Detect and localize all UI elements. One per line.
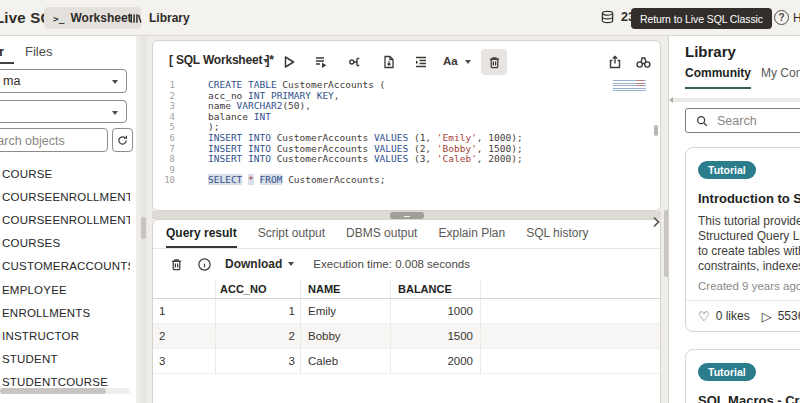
line-number: 2 — [153, 91, 175, 102]
return-to-classic-button[interactable]: Return to Live SQL Classic — [631, 8, 772, 29]
run-button[interactable] — [279, 52, 299, 72]
font-size-button[interactable]: Aa — [443, 55, 458, 67]
sidebar-object-course[interactable]: COURSE — [0, 162, 130, 185]
clear-results-button[interactable] — [169, 257, 184, 272]
help-icon[interactable]: ? — [774, 10, 789, 25]
editor-scrollbar-thumb[interactable] — [654, 125, 658, 136]
run-script-button[interactable] — [311, 52, 331, 72]
card-footer: ♡0 likes▷5536 executions — [698, 301, 800, 331]
grid-col-header-acc-no[interactable]: ACC_NO — [216, 280, 301, 298]
grid-col-header-balance[interactable]: BALANCE — [391, 280, 481, 298]
chevron-right-icon[interactable] — [652, 216, 660, 228]
sidebar-object-courses[interactable]: COURSES — [0, 232, 130, 255]
card-title: Introduction to SQL — [698, 191, 800, 206]
runs-count: 5536 executions — [778, 309, 800, 323]
code-token: INSERT INTO — [208, 153, 271, 164]
library-tab-community[interactable]: Community — [685, 66, 751, 89]
database-icon — [600, 9, 615, 25]
tutorial-card[interactable]: TutorialIntroduction to SQLThis tutorial… — [685, 147, 800, 332]
results-tab-explain-plan[interactable]: Explain Plan — [438, 226, 505, 248]
find-button[interactable] — [633, 52, 653, 72]
sidebar-object-enrollments[interactable]: ENROLLMENTS — [0, 301, 130, 324]
library-search-input[interactable]: Search — [685, 108, 800, 133]
nav-tab-library-label: Library — [149, 11, 190, 25]
caret-down-icon — [112, 80, 118, 84]
schema-select[interactable]: ma — [0, 69, 127, 93]
results-tab-dbms-output[interactable]: DBMS output — [346, 226, 417, 248]
panel-splitter[interactable] — [152, 211, 661, 219]
line-number: 10 — [153, 175, 175, 186]
heart-icon[interactable]: ♡ — [698, 309, 710, 324]
line-code: INSERT INTO CustomerAccounts VALUES (3, … — [208, 154, 523, 165]
editor-minimap[interactable] — [613, 80, 646, 93]
code-token: VALUES — [374, 143, 408, 154]
sidebar-object-employee[interactable]: EMPLOYEE — [0, 278, 130, 301]
sidebar-tab-files[interactable]: Files — [25, 44, 52, 59]
results-tab-query-result[interactable]: Query result — [166, 226, 237, 248]
name-cell: Emily — [301, 299, 391, 323]
code-token: ); — [208, 121, 219, 132]
code-editor[interactable]: 1CREATE TABLE CustomerAccounts (2acc_no … — [153, 80, 650, 186]
sidebar-object-courseenrollment-2nf[interactable]: COURSEENROLLMENT_2NF — [0, 208, 130, 231]
sidebar-object-instructor[interactable]: INSTRUCTOR — [0, 324, 130, 347]
scrollbar-thumb[interactable] — [141, 217, 146, 239]
caret-down-icon — [112, 111, 118, 115]
card-description-line: This tutorial provides a — [698, 214, 800, 229]
sidebar-tab-navigator[interactable]: Navigator — [0, 44, 4, 59]
share-button[interactable] — [605, 52, 625, 72]
results-tab-bar: Query resultScript outputDBMS outputExpl… — [153, 220, 660, 249]
code-token: name — [208, 100, 237, 111]
refresh-button[interactable] — [112, 128, 133, 152]
code-token: (50), — [282, 100, 311, 111]
object-search-input[interactable]: Search objects — [0, 128, 108, 152]
caret-down-icon[interactable] — [465, 60, 471, 64]
play-icon[interactable]: ▷ — [762, 309, 772, 324]
sidebar-horizontal-scrollbar[interactable] — [0, 388, 130, 394]
splitter-handle[interactable] — [390, 212, 424, 219]
trash-icon — [487, 55, 502, 70]
results-tab-sql-history[interactable]: SQL history — [526, 226, 588, 248]
library-tabs-scrollbar[interactable] — [673, 98, 800, 102]
scrollbar-thumb[interactable] — [0, 388, 106, 394]
code-token: CustomerAccounts — [271, 132, 374, 143]
grid-col-header-name[interactable]: NAME — [301, 280, 391, 298]
table-row[interactable]: 22Bobby1500 — [153, 324, 660, 349]
line-number: 4 — [153, 112, 175, 123]
object-search-placeholder: Search objects — [0, 134, 65, 148]
code-token: (2, — [408, 143, 437, 154]
code-token: VARCHAR2 — [237, 100, 283, 111]
download-button[interactable]: Download — [225, 257, 294, 271]
worksheet-title[interactable]: [ SQL Worksheet ]* — [169, 53, 274, 67]
library-tab-my-content[interactable]: My Content — [761, 66, 800, 89]
clear-worksheet-button[interactable] — [481, 49, 507, 75]
object-type-select[interactable] — [0, 100, 127, 123]
sidebar-object-courseenrollment[interactable]: COURSEENROLLMENT — [0, 185, 130, 208]
caret-down-icon[interactable] — [263, 59, 269, 63]
results-tab-script-output[interactable]: Script output — [258, 226, 325, 248]
code-token — [254, 174, 260, 185]
format-button[interactable] — [411, 52, 431, 72]
code-token: 'Emily' — [437, 132, 477, 143]
tutorial-card[interactable]: TutorialSQL Macros - CreatThis tutorial … — [685, 349, 800, 403]
grid-rownum-header — [153, 280, 216, 298]
line-number: 7 — [153, 144, 175, 155]
acc-no-cell: 2 — [216, 324, 301, 348]
nav-tab-library[interactable]: Library — [122, 7, 196, 29]
acc-no-cell: 3 — [216, 349, 301, 373]
editor-line: 8INSERT INTO CustomerAccounts VALUES (3,… — [153, 154, 650, 165]
sidebar-object-customeraccounts[interactable]: CUSTOMERACCOUNTS — [0, 255, 130, 278]
library-books-icon — [128, 11, 143, 26]
table-row[interactable]: 33Caleb2000 — [153, 349, 660, 374]
table-row[interactable]: 11Emily1000 — [153, 299, 660, 324]
schema-select-value: ma — [3, 74, 20, 88]
code-token: 'Caleb' — [437, 153, 477, 164]
explain-plan-button[interactable] — [345, 52, 365, 72]
code-token: , 1500); — [477, 143, 523, 154]
code-token: , 1000); — [477, 132, 523, 143]
refresh-icon — [116, 134, 129, 147]
sidebar-object-student[interactable]: STUDENT — [0, 348, 130, 371]
download-script-button[interactable] — [379, 52, 399, 72]
code-token: CustomerAccounts — [271, 153, 374, 164]
code-token: INT PRIMARY KEY — [248, 90, 334, 101]
info-icon[interactable] — [197, 257, 212, 272]
